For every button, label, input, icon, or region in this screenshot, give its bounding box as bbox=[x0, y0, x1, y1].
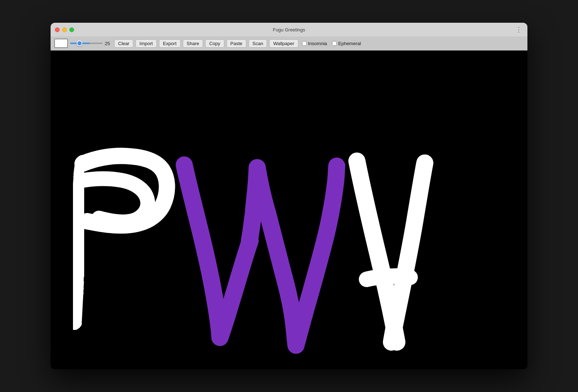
app-window: Fugu Greetings ⋮ 25 Clear Import Export … bbox=[51, 23, 527, 369]
ephemeral-checkbox-label[interactable]: Ephemeral bbox=[332, 41, 361, 46]
canvas-area[interactable] bbox=[51, 51, 527, 369]
insomnia-checkbox[interactable] bbox=[302, 41, 307, 46]
share-button[interactable]: Share bbox=[183, 39, 203, 48]
color-swatch[interactable] bbox=[54, 39, 68, 48]
brush-size-control: 25 bbox=[70, 41, 112, 46]
drawing-canvas[interactable] bbox=[51, 51, 527, 369]
minimize-button[interactable] bbox=[62, 27, 67, 32]
scan-button[interactable]: Scan bbox=[249, 39, 267, 48]
brush-size-slider[interactable] bbox=[70, 43, 103, 44]
import-button[interactable]: Import bbox=[135, 39, 157, 48]
copy-button[interactable]: Copy bbox=[205, 39, 224, 48]
fullscreen-button[interactable] bbox=[69, 27, 74, 32]
brush-size-value: 25 bbox=[105, 41, 112, 46]
ephemeral-label: Ephemeral bbox=[338, 41, 361, 46]
insomnia-checkbox-label[interactable]: Insomnia bbox=[302, 41, 327, 46]
export-button[interactable]: Export bbox=[159, 39, 181, 48]
wallpaper-button[interactable]: Wallpaper bbox=[269, 39, 298, 48]
titlebar: Fugu Greetings ⋮ bbox=[51, 23, 527, 36]
checkbox-group: Insomnia Ephemeral bbox=[302, 41, 361, 46]
traffic-lights bbox=[55, 27, 74, 32]
clear-button[interactable]: Clear bbox=[114, 39, 133, 48]
insomnia-label: Insomnia bbox=[308, 41, 327, 46]
ephemeral-checkbox[interactable] bbox=[332, 41, 337, 46]
close-button[interactable] bbox=[55, 27, 60, 32]
window-title: Fugu Greetings bbox=[273, 27, 305, 32]
toolbar: 25 Clear Import Export Share Copy Paste … bbox=[51, 36, 527, 51]
menu-dots-icon[interactable]: ⋮ bbox=[516, 26, 522, 34]
paste-button[interactable]: Paste bbox=[227, 39, 246, 48]
